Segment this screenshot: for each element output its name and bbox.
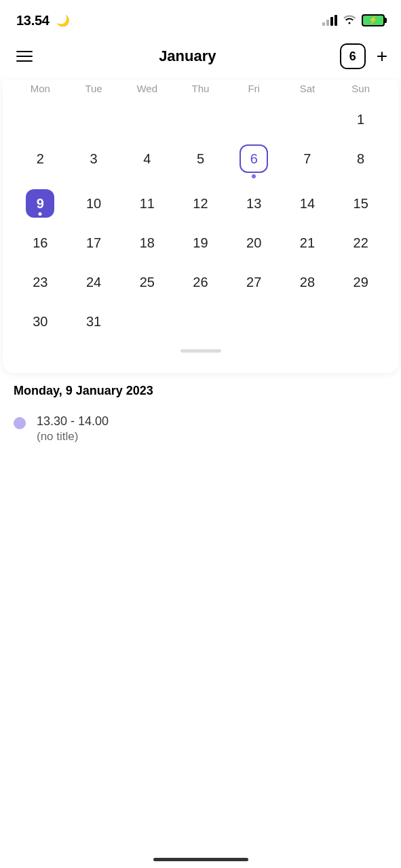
empty-cell bbox=[120, 303, 174, 340]
calendar-day-28[interactable]: 28 bbox=[281, 264, 335, 300]
empty-cell bbox=[120, 101, 174, 138]
empty-cell bbox=[67, 101, 121, 138]
moon-icon: 🌙 bbox=[56, 14, 70, 27]
add-event-button[interactable]: + bbox=[377, 47, 387, 66]
empty-cell bbox=[334, 303, 387, 340]
calendar-day-17[interactable]: 17 bbox=[67, 224, 121, 261]
calendar-day-31[interactable]: 31 bbox=[67, 303, 121, 340]
calendar-container: MonTueWedThuFriSatSun 123456789101112131… bbox=[3, 80, 398, 373]
event-title: (no title) bbox=[37, 430, 109, 443]
events-section: Monday, 9 January 2023 13.30 - 14.00(no … bbox=[0, 373, 401, 457]
events-list: 13.30 - 14.00(no title) bbox=[14, 412, 387, 446]
calendar-day-1[interactable]: 1 bbox=[334, 101, 387, 138]
hamburger-line bbox=[16, 56, 33, 57]
day-header-mon: Mon bbox=[14, 80, 67, 101]
empty-cell bbox=[174, 303, 227, 340]
calendar-day-5[interactable]: 5 bbox=[174, 140, 227, 182]
calendar-day-30[interactable]: 30 bbox=[14, 303, 67, 340]
menu-button[interactable] bbox=[14, 48, 35, 64]
calendar-day-13[interactable]: 13 bbox=[227, 185, 281, 222]
calendar-day-22[interactable]: 22 bbox=[334, 224, 387, 261]
calendar-header: January 6 + bbox=[0, 38, 401, 80]
wifi-icon bbox=[343, 14, 356, 28]
calendar-day-14[interactable]: 14 bbox=[281, 185, 335, 222]
battery-bolt-icon: ⚡ bbox=[368, 16, 378, 24]
day-header-sat: Sat bbox=[281, 80, 335, 101]
event-dot bbox=[252, 174, 256, 178]
calendar-day-10[interactable]: 10 bbox=[67, 185, 121, 222]
battery-icon: ⚡ bbox=[362, 14, 385, 26]
scroll-pill bbox=[180, 349, 221, 353]
status-bar: 13.54 🌙 ⚡ bbox=[0, 0, 401, 38]
calendar-day-24[interactable]: 24 bbox=[67, 264, 121, 300]
calendar-day-23[interactable]: 23 bbox=[14, 264, 67, 300]
day-headers: MonTueWedThuFriSatSun bbox=[9, 80, 392, 101]
header-actions: 6 + bbox=[340, 43, 387, 69]
signal-icon bbox=[322, 15, 337, 26]
calendar-day-6[interactable]: 6 bbox=[227, 140, 281, 182]
empty-cell bbox=[14, 101, 67, 138]
month-title: January bbox=[159, 47, 216, 65]
calendar-day-9[interactable]: 9 bbox=[14, 185, 67, 222]
calendar-day-19[interactable]: 19 bbox=[174, 224, 227, 261]
event-item[interactable]: 13.30 - 14.00(no title) bbox=[14, 412, 387, 446]
calendar-day-29[interactable]: 29 bbox=[334, 264, 387, 300]
calendar-day-26[interactable]: 26 bbox=[174, 264, 227, 300]
calendar-day-2[interactable]: 2 bbox=[14, 140, 67, 182]
event-details: 13.30 - 14.00(no title) bbox=[37, 414, 109, 443]
home-indicator bbox=[153, 858, 248, 861]
calendar-day-25[interactable]: 25 bbox=[120, 264, 174, 300]
calendar-day-21[interactable]: 21 bbox=[281, 224, 335, 261]
calendar-day-12[interactable]: 12 bbox=[174, 185, 227, 222]
day-header-tue: Tue bbox=[67, 80, 121, 101]
calendar-day-3[interactable]: 3 bbox=[67, 140, 121, 182]
today-badge[interactable]: 6 bbox=[340, 43, 366, 69]
hamburger-line bbox=[16, 60, 33, 62]
day-header-fri: Fri bbox=[227, 80, 281, 101]
calendar-day-11[interactable]: 11 bbox=[120, 185, 174, 222]
empty-cell bbox=[281, 303, 335, 340]
hamburger-line bbox=[16, 51, 33, 52]
event-dot bbox=[39, 212, 42, 216]
day-header-wed: Wed bbox=[120, 80, 174, 101]
calendar-day-27[interactable]: 27 bbox=[227, 264, 281, 300]
calendar-day-16[interactable]: 16 bbox=[14, 224, 67, 261]
empty-cell bbox=[174, 101, 227, 138]
empty-cell bbox=[227, 101, 281, 138]
event-time: 13.30 - 14.00 bbox=[37, 414, 109, 429]
day-header-thu: Thu bbox=[174, 80, 227, 101]
calendar-day-15[interactable]: 15 bbox=[334, 185, 387, 222]
scroll-indicator bbox=[9, 340, 392, 359]
event-color-dot bbox=[14, 417, 26, 429]
day-header-sun: Sun bbox=[334, 80, 387, 101]
empty-cell bbox=[281, 101, 335, 138]
empty-cell bbox=[227, 303, 281, 340]
calendar-day-4[interactable]: 4 bbox=[120, 140, 174, 182]
calendar-day-20[interactable]: 20 bbox=[227, 224, 281, 261]
status-time: 13.54 bbox=[16, 13, 50, 28]
calendar-day-8[interactable]: 8 bbox=[334, 140, 387, 182]
calendar-day-7[interactable]: 7 bbox=[281, 140, 335, 182]
calendar-grid[interactable]: 1234567891011121314151617181920212223242… bbox=[9, 101, 392, 340]
calendar-day-18[interactable]: 18 bbox=[120, 224, 174, 261]
events-date-header: Monday, 9 January 2023 bbox=[14, 384, 387, 398]
status-icons: ⚡ bbox=[322, 14, 385, 28]
